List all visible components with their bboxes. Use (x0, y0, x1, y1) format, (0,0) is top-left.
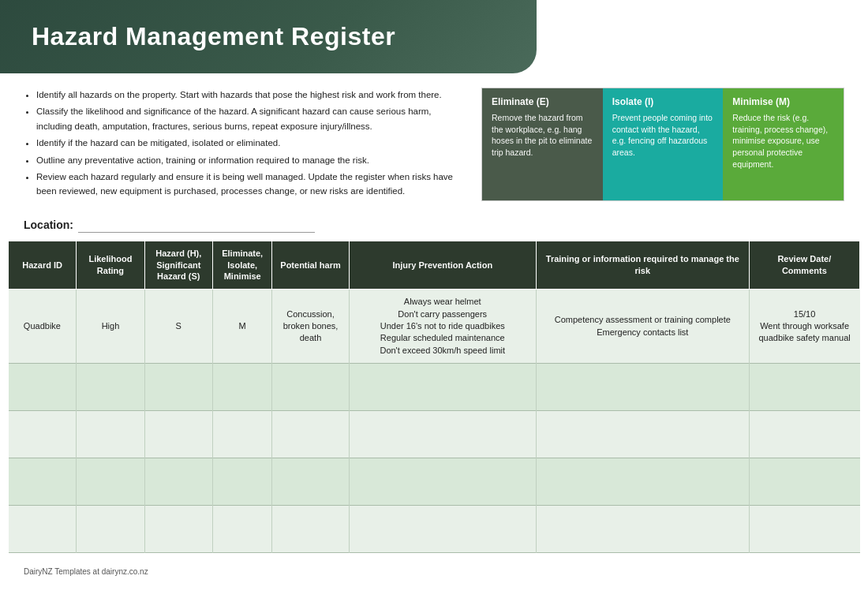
bullet-item: Review each hazard regularly and ensure … (36, 170, 466, 199)
bullet-item: Classify the likelihood and significance… (36, 104, 466, 133)
footer: DairyNZ Templates at dairynz.co.nz (0, 559, 868, 584)
key-box-minimise: Minimise (M) Reduce the risk (e.g. train… (723, 88, 844, 200)
table-row (9, 364, 860, 411)
footer-text: DairyNZ Templates at dairynz.co.nz (24, 567, 148, 576)
cell-eliminate (212, 458, 272, 506)
isolate-title: Isolate (I) (612, 96, 714, 107)
cell-review (749, 506, 859, 553)
cell-training (536, 411, 749, 458)
cell-hazard-id (9, 364, 77, 411)
cell-injury-prevention (349, 506, 536, 553)
cell-eliminate (212, 364, 272, 411)
table-body: QuadbikeHighSMConcussion, broken bones, … (9, 290, 860, 553)
cell-eliminate: M (212, 290, 272, 364)
cell-hazard-hs (144, 458, 212, 506)
minimise-text: Reduce the risk (e.g. training, process … (732, 112, 834, 170)
cell-injury-prevention (349, 364, 536, 411)
cell-review (749, 458, 859, 506)
cell-hazard-id: Quadbike (9, 290, 77, 364)
cell-eliminate (212, 411, 272, 458)
bullet-item: Identify all hazards on the property. St… (36, 88, 466, 102)
location-row: Location: (0, 214, 868, 241)
cell-hazard-hs (144, 411, 212, 458)
table-row: QuadbikeHighSMConcussion, broken bones, … (9, 290, 860, 364)
key-box-eliminate: Eliminate (E) Remove the hazard from the… (482, 88, 603, 200)
th-training: Training or information required to mana… (536, 241, 749, 290)
info-section: Identify all hazards on the property. St… (0, 88, 868, 201)
cell-injury-prevention (349, 411, 536, 458)
cell-potential-harm (272, 506, 349, 553)
isolate-text: Prevent people coming into contact with … (612, 112, 714, 159)
page-title: Hazard Management Register (32, 22, 505, 51)
th-potential: Potential harm (272, 241, 349, 290)
cell-hazard-id (9, 411, 77, 458)
cell-potential-harm (272, 411, 349, 458)
cell-training (536, 506, 749, 553)
key-box-isolate: Isolate (I) Prevent people coming into c… (603, 88, 724, 200)
table-row (9, 506, 860, 553)
hazard-table: Hazard ID Likelihood Rating Hazard (H), … (8, 241, 860, 553)
table-wrapper: Hazard ID Likelihood Rating Hazard (H), … (0, 241, 868, 553)
cell-review: 15/10Went through worksafe quadbike safe… (749, 290, 859, 364)
cell-injury-prevention: Always wear helmetDon't carry passengers… (349, 290, 536, 364)
cell-injury-prevention (349, 458, 536, 506)
th-injury: Injury Prevention Action (349, 241, 536, 290)
key-boxes-container: Eliminate (E) Remove the hazard from the… (481, 88, 844, 201)
cell-training (536, 364, 749, 411)
bullet-item: Identify if the hazard can be mitigated,… (36, 136, 466, 150)
cell-training (536, 458, 749, 506)
cell-review (749, 364, 859, 411)
location-label: Location: (24, 219, 73, 231)
th-review: Review Date/ Comments (749, 241, 859, 290)
page: Hazard Management Register Identify all … (0, 0, 868, 613)
cell-hazard-id (9, 458, 77, 506)
eliminate-text: Remove the hazard from the workplace, e.… (492, 112, 593, 159)
cell-likelihood: High (77, 290, 144, 364)
cell-likelihood (77, 364, 144, 411)
cell-potential-harm (272, 364, 349, 411)
cell-eliminate (212, 506, 272, 553)
table-row (9, 411, 860, 458)
cell-hazard-id (9, 506, 77, 553)
location-input[interactable] (78, 217, 315, 233)
cell-likelihood (77, 411, 144, 458)
th-likelihood: Likelihood Rating (77, 241, 144, 290)
cell-review (749, 411, 859, 458)
bullet-points: Identify all hazards on the property. St… (24, 88, 466, 199)
minimise-title: Minimise (M) (732, 96, 834, 107)
th-hazard-hs: Hazard (H), Significant Hazard (S) (144, 241, 212, 290)
cell-hazard-hs (144, 506, 212, 553)
cell-training: Competency assessment or training comple… (536, 290, 749, 364)
th-eliminate: Eliminate, Isolate, Minimise (212, 241, 272, 290)
cell-hazard-hs: S (144, 290, 212, 364)
header-banner: Hazard Management Register (0, 0, 537, 73)
instructions-list: Identify all hazards on the property. St… (24, 88, 466, 201)
cell-likelihood (77, 458, 144, 506)
cell-hazard-hs (144, 364, 212, 411)
table-header-row: Hazard ID Likelihood Rating Hazard (H), … (9, 241, 860, 290)
cell-potential-harm: Concussion, broken bones, death (272, 290, 349, 364)
th-hazard-id: Hazard ID (9, 241, 77, 290)
table-row (9, 458, 860, 506)
cell-likelihood (77, 506, 144, 553)
bullet-item: Outline any preventative action, trainin… (36, 153, 466, 167)
cell-potential-harm (272, 458, 349, 506)
eliminate-title: Eliminate (E) (492, 96, 593, 107)
